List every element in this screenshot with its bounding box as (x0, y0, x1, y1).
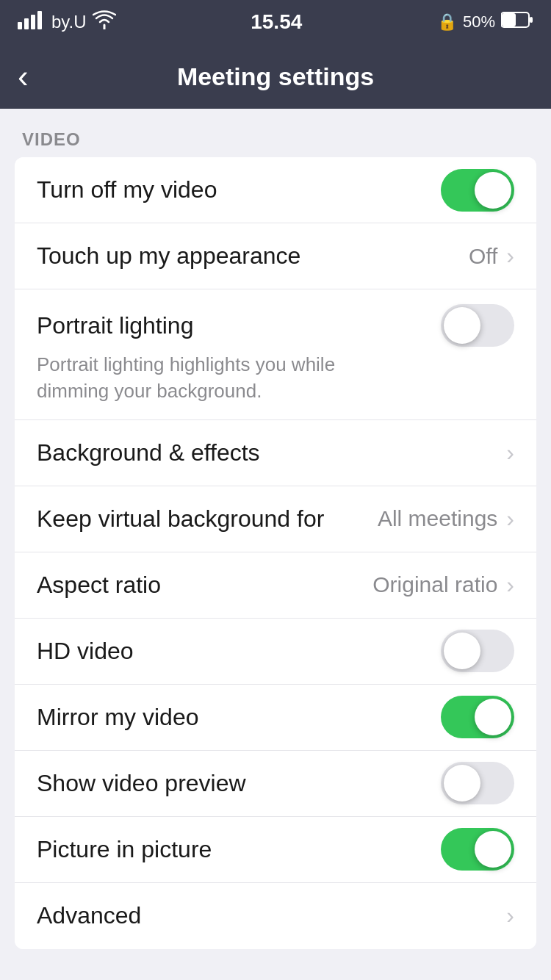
settings-item-background-effects[interactable]: Background & effects › (15, 420, 536, 486)
touch-up-value: Off (469, 244, 497, 269)
svg-rect-5 (502, 13, 516, 26)
svg-rect-2 (31, 15, 35, 29)
svg-rect-1 (24, 18, 29, 29)
turn-off-video-toggle[interactable] (441, 169, 514, 212)
svg-rect-0 (18, 22, 22, 29)
touch-up-chevron: › (506, 242, 514, 270)
mirror-video-toggle[interactable] (441, 696, 514, 738)
page-title: Meeting settings (177, 62, 374, 91)
wifi-icon (93, 10, 116, 34)
keep-virtual-bg-value: All meetings (378, 506, 497, 531)
section-header-video: VIDEO (0, 109, 551, 157)
nav-bar: ‹ Meeting settings (0, 44, 551, 109)
signal-icon (18, 10, 46, 34)
portrait-lighting-toggle[interactable] (441, 304, 514, 347)
background-effects-chevron: › (506, 439, 514, 466)
pip-label: Picture in picture (37, 836, 441, 863)
hd-video-toggle[interactable] (441, 630, 514, 672)
portrait-lighting-desc: Portrait lighting highlights you while d… (37, 351, 389, 405)
status-time: 15.54 (251, 10, 302, 34)
portrait-lighting-label: Portrait lighting (37, 312, 193, 339)
toggle-thumb (475, 172, 511, 209)
status-left: by.U (18, 10, 116, 34)
battery-percent: 50% (463, 12, 495, 32)
advanced-label: Advanced (37, 902, 506, 929)
aspect-ratio-label: Aspect ratio (37, 572, 372, 599)
carrier-label: by.U (51, 12, 87, 32)
toggle-thumb (444, 765, 480, 801)
turn-off-video-label: Turn off my video (37, 176, 441, 203)
status-bar: by.U 15.54 🔒 50% (0, 0, 551, 44)
status-right: 🔒 50% (437, 11, 533, 33)
hd-video-label: HD video (37, 638, 441, 665)
settings-item-advanced[interactable]: Advanced › (15, 883, 536, 949)
keep-virtual-bg-chevron: › (506, 505, 514, 533)
toggle-thumb (475, 699, 511, 735)
toggle-thumb (444, 633, 480, 669)
touch-up-label: Touch up my appearance (37, 242, 469, 270)
video-preview-toggle[interactable] (441, 762, 514, 804)
settings-item-aspect-ratio[interactable]: Aspect ratio Original ratio › (15, 552, 536, 619)
settings-item-keep-virtual-bg[interactable]: Keep virtual background for All meetings… (15, 486, 536, 552)
back-button[interactable]: ‹ (18, 60, 29, 93)
aspect-ratio-value: Original ratio (372, 572, 497, 597)
keep-virtual-bg-label: Keep virtual background for (37, 505, 378, 533)
pip-toggle[interactable] (441, 828, 514, 871)
advanced-chevron: › (506, 902, 514, 929)
settings-item-mirror-video[interactable]: Mirror my video (15, 685, 536, 751)
content-area: VIDEO Turn off my video Touch up my appe… (0, 109, 551, 949)
video-preview-label: Show video preview (37, 770, 441, 797)
background-effects-label: Background & effects (37, 439, 506, 466)
page-title-text: Meeting settings (177, 62, 374, 90)
toggle-thumb (444, 307, 480, 344)
lock-icon: 🔒 (437, 12, 457, 32)
svg-rect-6 (530, 17, 533, 23)
settings-item-pip[interactable]: Picture in picture (15, 817, 536, 883)
mirror-video-label: Mirror my video (37, 704, 441, 731)
settings-item-touch-up[interactable]: Touch up my appearance Off › (15, 223, 536, 289)
settings-item-video-preview[interactable]: Show video preview (15, 751, 536, 817)
settings-list-video: Turn off my video Touch up my appearance… (15, 157, 536, 949)
toggle-thumb (475, 831, 511, 868)
battery-icon (501, 11, 533, 33)
aspect-ratio-chevron: › (506, 572, 514, 599)
svg-rect-3 (37, 11, 42, 29)
settings-item-hd-video[interactable]: HD video (15, 619, 536, 685)
settings-item-portrait-lighting[interactable]: Portrait lighting Portrait lighting high… (15, 289, 536, 420)
settings-item-turn-off-video[interactable]: Turn off my video (15, 157, 536, 223)
